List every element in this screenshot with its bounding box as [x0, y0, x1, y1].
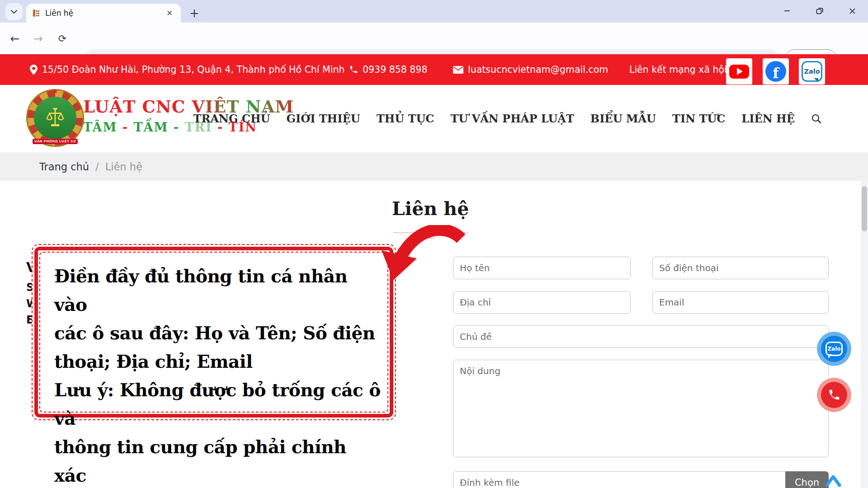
law-firm-emblem-logo[interactable]: ★ VĂN PHÒNG LUẬT SƯ — [26, 89, 84, 147]
site-topbar: 15/50 Đoàn Như Hài, Phường 13, Quận 4, T… — [0, 54, 868, 85]
reload-button[interactable]: ⟳ — [53, 29, 71, 47]
floating-zalo-button[interactable]: Zalo — [817, 332, 851, 366]
breadcrumb: Trang chủ / Liên hệ — [0, 152, 868, 181]
name-field[interactable] — [453, 257, 631, 279]
topbar-social-label: Liên kết mạng xã hội: — [629, 54, 730, 85]
minimize-icon — [783, 7, 791, 14]
facebook-icon: f — [765, 61, 786, 82]
phone-icon — [349, 65, 358, 74]
restore-icon — [816, 7, 824, 15]
instruction-text: Điền đầy đủ thông tin cá nhân vào các ô … — [38, 250, 390, 488]
scroll-to-top-chevron-icon[interactable] — [824, 473, 843, 488]
zalo-icon: Zalo — [802, 61, 822, 82]
browser-toolbar: ← → ⟳ luatsugioisaigon.vn/lien-he G 文 Gu… — [0, 23, 868, 54]
phone-text: 0939 858 898 — [363, 64, 427, 75]
back-button[interactable]: ← — [6, 29, 24, 47]
floating-call-button[interactable] — [817, 378, 851, 412]
nav-lien-he[interactable]: LIÊN HỆ — [741, 112, 795, 125]
search-icon[interactable] — [811, 113, 822, 124]
forward-button[interactable]: → — [29, 29, 47, 47]
nav-gioi-thieu[interactable]: GIỚI THIỆU — [287, 112, 360, 125]
topbar-email[interactable]: luatsucncvietnam@gmail.com — [453, 54, 608, 85]
breadcrumb-home[interactable]: Trang chủ — [39, 161, 89, 173]
close-icon — [849, 8, 856, 14]
browser-tab[interactable]: Liên hệ ✕ — [26, 4, 181, 23]
star-icon: ★ — [52, 87, 58, 95]
nav-tin-tuc[interactable]: TIN TỨC — [672, 112, 725, 125]
nav-trang-chu[interactable]: TRANG CHỦ — [193, 112, 270, 125]
window-minimize-button[interactable] — [778, 3, 796, 19]
nav-thu-tuc[interactable]: THỦ TỤC — [377, 112, 434, 125]
breadcrumb-current: Liên hệ — [105, 161, 142, 173]
window-restore-button[interactable] — [811, 3, 828, 19]
message-field[interactable] — [453, 360, 829, 457]
window-close-button[interactable] — [844, 3, 861, 19]
zalo-link[interactable]: Zalo — [799, 58, 825, 84]
nav-bieu-mau[interactable]: BIỂU MẪU — [590, 112, 656, 125]
site-header: ★ VĂN PHÒNG LUẬT SƯ LUẬT CNC VIỆT NAM TÂ… — [0, 85, 868, 152]
emblem-banner-text: VĂN PHÒNG LUẬT SƯ — [33, 139, 78, 144]
new-tab-button[interactable]: + — [186, 5, 203, 21]
email-field[interactable] — [652, 291, 829, 314]
envelope-icon — [453, 66, 463, 74]
nav-tu-van-phap-luat[interactable]: TƯ VẤN PHÁP LUẬT — [450, 112, 574, 125]
instruction-callout-box: Điền đầy đủ thông tin cá nhân vào các ô … — [32, 244, 396, 420]
topbar-address: 15/50 Đoàn Như Hài, Phường 13, Quận 4, T… — [30, 54, 344, 85]
phone-call-icon — [821, 382, 847, 408]
instruction-callout-border: Điền đầy đủ thông tin cá nhân vào các ô … — [34, 247, 393, 418]
choose-file-button[interactable]: Chọn — [785, 471, 829, 488]
emblem-center — [34, 97, 76, 139]
zalo-chat-icon: Zalo — [821, 336, 847, 362]
annotation-arrow — [374, 225, 470, 297]
browser-titlebar: Liên hệ ✕ + — [0, 0, 868, 23]
attachment-row: Chọn — [453, 471, 829, 488]
address-field[interactable] — [453, 291, 631, 314]
contact-form: Chọn — [453, 257, 829, 488]
scales-of-justice-icon — [45, 108, 66, 128]
address-text: 15/50 Đoàn Như Hài, Phường 13, Quận 4, T… — [42, 64, 344, 75]
site-favicon — [32, 9, 41, 18]
email-text: luatsucncvietnam@gmail.com — [468, 64, 608, 75]
youtube-link[interactable] — [726, 58, 752, 84]
scrollbar-thumb[interactable] — [862, 186, 867, 231]
attachment-field[interactable] — [453, 471, 829, 488]
location-pin-icon — [30, 65, 38, 75]
page-title: Liên hệ — [0, 198, 861, 220]
tab-search-chevron-button[interactable] — [5, 3, 23, 20]
breadcrumb-separator: / — [95, 161, 99, 173]
subject-field[interactable] — [453, 325, 829, 348]
handset-icon — [828, 389, 840, 401]
tab-title: Liên hệ — [45, 9, 159, 18]
chevron-down-icon — [10, 9, 18, 14]
youtube-icon — [729, 65, 749, 79]
topbar-phone[interactable]: 0939 858 898 — [349, 54, 427, 85]
main-navigation: TRANG CHỦ GIỚI THIỆU THỦ TỤC TƯ VẤN PHÁP… — [193, 85, 822, 152]
facebook-link[interactable]: f — [763, 58, 789, 84]
tab-close-icon[interactable]: ✕ — [164, 7, 175, 19]
phone-field[interactable] — [652, 257, 829, 279]
